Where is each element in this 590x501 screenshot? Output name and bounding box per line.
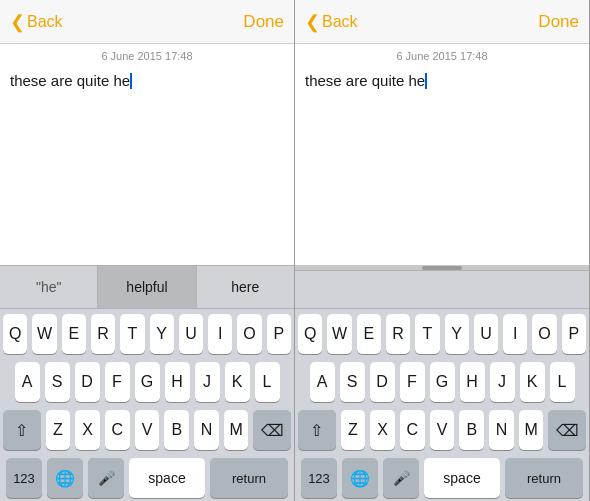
key-X-left[interactable]: X — [75, 410, 100, 450]
key-L-left[interactable]: L — [255, 362, 280, 402]
autocomplete-here[interactable]: here — [197, 266, 294, 308]
key-B-left[interactable]: B — [164, 410, 189, 450]
key-U-left[interactable]: U — [179, 314, 203, 354]
key-Z-right[interactable]: Z — [341, 410, 366, 450]
key-V-left[interactable]: V — [135, 410, 160, 450]
key-O-right[interactable]: O — [532, 314, 556, 354]
key-K-left[interactable]: K — [225, 362, 250, 402]
key-F-right[interactable]: F — [400, 362, 425, 402]
mic-icon-left[interactable]: 🎤 — [88, 458, 124, 498]
timestamp-left: 6 June 2015 17:48 — [10, 50, 284, 62]
key-R-left[interactable]: R — [91, 314, 115, 354]
back-label-right: Back — [322, 13, 358, 31]
key-E-left[interactable]: E — [62, 314, 86, 354]
key-Q-right[interactable]: Q — [298, 314, 322, 354]
key-Y-right[interactable]: Y — [445, 314, 469, 354]
key-Y-left[interactable]: Y — [150, 314, 174, 354]
nav-bar-right: ❮ Back Done — [295, 0, 589, 44]
done-button-right[interactable]: Done — [538, 12, 579, 32]
key-123-right[interactable]: 123 — [301, 458, 337, 498]
key-return-right[interactable]: return — [505, 458, 583, 498]
key-row-2-right: A S D F G H J K L — [298, 362, 586, 402]
key-E-right[interactable]: E — [357, 314, 381, 354]
key-W-left[interactable]: W — [32, 314, 56, 354]
back-button-left[interactable]: ❮ Back — [10, 11, 63, 33]
key-C-left[interactable]: C — [105, 410, 130, 450]
left-panel: ❮ Back Done 6 June 2015 17:48 these are … — [0, 0, 295, 501]
key-Q-left[interactable]: Q — [3, 314, 27, 354]
back-label-left: Back — [27, 13, 63, 31]
key-row-3-right: ⇧ Z X C V B N M ⌫ — [298, 410, 586, 450]
key-row-bottom-right: 123 🌐 🎤 space return — [298, 458, 586, 498]
right-panel: ❮ Back Done 6 June 2015 17:48 these are … — [295, 0, 590, 501]
key-G-left[interactable]: G — [135, 362, 160, 402]
globe-icon-right[interactable]: 🌐 — [342, 458, 378, 498]
key-P-right[interactable]: P — [562, 314, 586, 354]
key-shift-right[interactable]: ⇧ — [298, 410, 336, 450]
key-T-left[interactable]: T — [120, 314, 144, 354]
key-B-right[interactable]: B — [459, 410, 484, 450]
autocomplete-he[interactable]: "he" — [0, 266, 98, 308]
key-shift-left[interactable]: ⇧ — [3, 410, 41, 450]
note-text-left: these are quite he — [10, 70, 284, 91]
key-A-left[interactable]: A — [15, 362, 40, 402]
key-X-right[interactable]: X — [370, 410, 395, 450]
done-button-left[interactable]: Done — [243, 12, 284, 32]
keyboard-right: Q W E R T Y U I O P A S D F G H J K L ⇧ … — [295, 309, 589, 501]
autocomplete-bar-left: "he" helpful here — [0, 265, 294, 309]
key-space-right[interactable]: space — [424, 458, 500, 498]
key-M-left[interactable]: M — [224, 410, 249, 450]
key-H-left[interactable]: H — [165, 362, 190, 402]
key-backspace-right[interactable]: ⌫ — [548, 410, 586, 450]
key-row-3-left: ⇧ Z X C V B N M ⌫ — [3, 410, 291, 450]
key-S-right[interactable]: S — [340, 362, 365, 402]
key-D-left[interactable]: D — [75, 362, 100, 402]
content-area-left[interactable]: 6 June 2015 17:48 these are quite he — [0, 44, 294, 265]
back-chevron-icon: ❮ — [10, 11, 25, 33]
key-R-right[interactable]: R — [386, 314, 410, 354]
key-D-right[interactable]: D — [370, 362, 395, 402]
key-space-left[interactable]: space — [129, 458, 205, 498]
key-G-right[interactable]: G — [430, 362, 455, 402]
key-W-right[interactable]: W — [327, 314, 351, 354]
key-row-bottom-left: 123 🌐 🎤 space return — [3, 458, 291, 498]
key-L-right[interactable]: L — [550, 362, 575, 402]
key-N-left[interactable]: N — [194, 410, 219, 450]
key-I-left[interactable]: I — [208, 314, 232, 354]
key-123-left[interactable]: 123 — [6, 458, 42, 498]
text-cursor-right — [425, 73, 427, 89]
content-area-right[interactable]: 6 June 2015 17:48 these are quite he — [295, 44, 589, 265]
keyboard-left: Q W E R T Y U I O P A S D F G H J K L ⇧ … — [0, 309, 294, 501]
key-J-right[interactable]: J — [490, 362, 515, 402]
autocomplete-bar-right-empty — [295, 270, 589, 309]
key-H-right[interactable]: H — [460, 362, 485, 402]
key-O-left[interactable]: O — [237, 314, 261, 354]
key-row-2-left: A S D F G H J K L — [3, 362, 291, 402]
key-Z-left[interactable]: Z — [46, 410, 71, 450]
key-M-right[interactable]: M — [519, 410, 544, 450]
key-backspace-left[interactable]: ⌫ — [253, 410, 291, 450]
key-P-left[interactable]: P — [267, 314, 291, 354]
globe-icon-left[interactable]: 🌐 — [47, 458, 83, 498]
key-F-left[interactable]: F — [105, 362, 130, 402]
key-A-right[interactable]: A — [310, 362, 335, 402]
key-return-left[interactable]: return — [210, 458, 288, 498]
key-K-right[interactable]: K — [520, 362, 545, 402]
key-row-1-right: Q W E R T Y U I O P — [298, 314, 586, 354]
handle-pill — [422, 266, 462, 270]
key-N-right[interactable]: N — [489, 410, 514, 450]
back-button-right[interactable]: ❮ Back — [305, 11, 358, 33]
timestamp-right: 6 June 2015 17:48 — [305, 50, 579, 62]
mic-icon-right[interactable]: 🎤 — [383, 458, 419, 498]
key-S-left[interactable]: S — [45, 362, 70, 402]
note-text-right: these are quite he — [305, 70, 579, 91]
key-I-right[interactable]: I — [503, 314, 527, 354]
key-C-right[interactable]: C — [400, 410, 425, 450]
key-V-right[interactable]: V — [430, 410, 455, 450]
autocomplete-helpful[interactable]: helpful — [98, 266, 196, 308]
key-J-left[interactable]: J — [195, 362, 220, 402]
text-cursor-left — [130, 73, 132, 89]
nav-bar-left: ❮ Back Done — [0, 0, 294, 44]
key-T-right[interactable]: T — [415, 314, 439, 354]
key-U-right[interactable]: U — [474, 314, 498, 354]
